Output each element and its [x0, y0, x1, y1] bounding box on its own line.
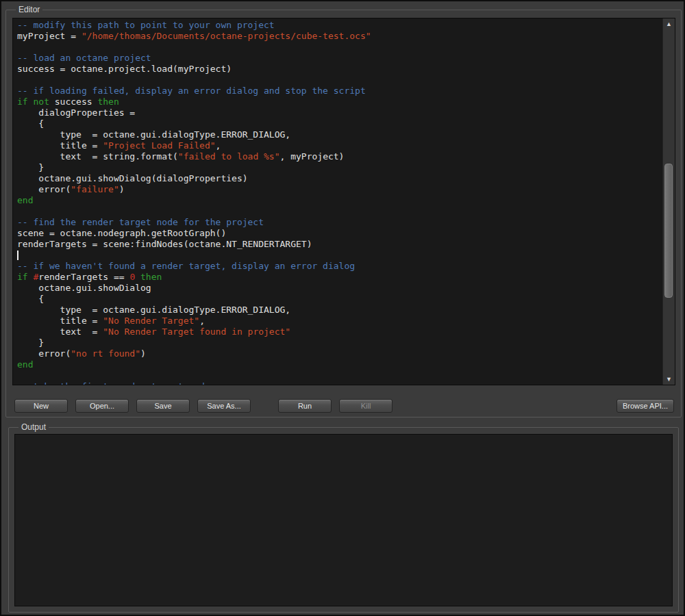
code-token-plain: renderTargets ==	[38, 272, 129, 282]
browse-api-button[interactable]: Browse API...	[616, 399, 674, 413]
code-token-comment: -- take the first render target node	[17, 381, 210, 385]
scrollbar-track[interactable]	[663, 29, 675, 374]
code-line: octane.gui.showDialog(dialogProperties)	[17, 173, 662, 184]
code-token-string: "/home/thomas/Documents/octane-projects/…	[82, 31, 371, 41]
output-section: Output	[8, 427, 679, 613]
code-line: octane.gui.showDialog	[17, 283, 662, 294]
save-as-button[interactable]: Save As...	[197, 399, 251, 413]
code-token-keyword: then	[140, 272, 162, 282]
code-token-plain: dialogProperties =	[17, 107, 135, 118]
code-line	[17, 75, 662, 86]
scrollbar-down-arrow-icon[interactable]: ▼	[663, 374, 675, 385]
code-token-plain: {	[17, 118, 44, 129]
code-token-plain: )	[140, 348, 146, 359]
code-token-plain: type = octane.gui.dialogType.ERROR_DIALO…	[17, 305, 290, 315]
scrollbar-thumb[interactable]	[664, 164, 673, 298]
code-line: {	[17, 294, 662, 305]
code-token-plain: scene = octane.nodegraph.getRootGraph()	[17, 228, 226, 238]
code-token-keyword: end	[17, 195, 33, 205]
code-line: type = octane.gui.dialogType.ERROR_DIALO…	[17, 129, 662, 140]
code-line: renderTargets = scene:findNodes(octane.N…	[17, 239, 662, 250]
code-line: dialogProperties =	[17, 107, 662, 118]
code-token-plain: type = octane.gui.dialogType.ERROR_DIALO…	[17, 129, 290, 140]
code-token-keyword: if	[17, 97, 28, 107]
code-token-plain: }	[17, 337, 44, 348]
code-token-plain: renderTargets = scene:findNodes(octane.N…	[17, 239, 312, 249]
code-token-plain: error(	[17, 348, 71, 359]
code-line: }	[17, 337, 662, 348]
code-token-plain: ,	[199, 316, 205, 326]
code-token-keyword: end	[17, 359, 33, 370]
code-token-string: "failure"	[71, 184, 119, 194]
code-token-string: "no rt found"	[71, 348, 140, 359]
editor-toolbar: New Open... Save Save As... Run Kill Bro…	[14, 399, 674, 413]
code-token-plain: , myProject)	[280, 151, 345, 162]
code-token-comment: -- if we haven't found a render target, …	[17, 261, 355, 271]
code-line: title = "Project Load Failed",	[17, 140, 662, 151]
code-line: -- modify this path to point to your own…	[17, 20, 662, 31]
code-token-comment: -- modify this path to point to your own…	[17, 20, 275, 30]
code-token-keyword: if	[17, 272, 28, 282]
code-token-plain: myProject =	[17, 31, 82, 41]
editor-scrollbar[interactable]: ▲ ▼	[662, 18, 675, 385]
code-line: if not success then	[17, 97, 662, 107]
code-token-string: "Project Load Failed"	[103, 140, 215, 151]
code-token-comment: -- load an octane project	[17, 53, 151, 63]
code-line: type = octane.gui.dialogType.ERROR_DIALO…	[17, 305, 662, 316]
code-token-plain: title =	[17, 140, 103, 151]
code-token-plain: ,	[216, 140, 221, 151]
code-token-comment: -- if loading failed, display an error d…	[17, 86, 366, 96]
kill-button: Kill	[339, 399, 393, 413]
code-line: if #renderTargets == 0 then	[17, 272, 662, 283]
code-token-plain: success = octane.project.load(myProject)	[17, 64, 232, 74]
new-button[interactable]: New	[14, 399, 68, 413]
code-token-plain	[135, 272, 140, 282]
code-token-plain: )	[119, 184, 125, 194]
text-caret	[17, 251, 18, 260]
code-token-plain: {	[17, 294, 44, 304]
code-token-plain: error(	[17, 184, 71, 194]
code-line: title = "No Render Target",	[17, 316, 662, 326]
code-lines[interactable]: -- modify this path to point to your own…	[13, 18, 662, 385]
code-line: -- if we haven't found a render target, …	[17, 261, 662, 272]
code-token-plain: octane.gui.showDialog(dialogProperties)	[17, 173, 248, 183]
code-token-string: "No Render Target found in project"	[103, 326, 290, 337]
code-line: end	[17, 359, 662, 370]
code-token-comment: -- find the render target node for the p…	[17, 217, 264, 227]
code-line: -- if loading failed, display an error d…	[17, 86, 662, 97]
code-token-keyword: not	[33, 97, 49, 107]
code-token-plain: }	[17, 162, 44, 172]
code-line: end	[17, 195, 662, 206]
code-line: error("no rt found")	[17, 348, 662, 359]
code-token-plain: success	[49, 97, 97, 107]
code-line	[17, 370, 662, 381]
code-token-plain: title =	[17, 316, 103, 326]
code-line: error("failure")	[17, 184, 662, 195]
code-token-plain: text =	[17, 326, 103, 337]
code-line: text = string.format("failed to load %s"…	[17, 151, 662, 162]
code-line: myProject = "/home/thomas/Documents/octa…	[17, 31, 662, 42]
code-token-plain: octane.gui.showDialog	[17, 283, 151, 293]
output-console	[14, 434, 673, 606]
code-line: text = "No Render Target found in projec…	[17, 326, 662, 337]
code-token-string: "No Render Target"	[103, 316, 199, 326]
code-line: {	[17, 118, 662, 129]
code-line: -- load an octane project	[17, 53, 662, 64]
code-line	[17, 42, 662, 53]
code-token-keyword: then	[97, 97, 119, 107]
code-line	[17, 250, 662, 261]
editor-section: Editor -- modify this path to point to y…	[5, 10, 682, 418]
code-editor[interactable]: -- modify this path to point to your own…	[12, 18, 675, 385]
code-token-string: "failed to load %s"	[178, 151, 280, 162]
output-section-label: Output	[18, 422, 49, 432]
save-button[interactable]: Save	[136, 399, 190, 413]
scrollbar-up-arrow-icon[interactable]: ▲	[663, 18, 675, 29]
code-line: -- take the first render target node	[17, 381, 662, 385]
code-line: -- find the render target node for the p…	[17, 217, 662, 228]
run-button[interactable]: Run	[278, 399, 332, 413]
code-line	[17, 206, 662, 217]
code-line: success = octane.project.load(myProject)	[17, 64, 662, 75]
open-button[interactable]: Open...	[75, 399, 129, 413]
code-line: scene = octane.nodegraph.getRootGraph()	[17, 228, 662, 239]
editor-section-label: Editor	[16, 5, 42, 14]
